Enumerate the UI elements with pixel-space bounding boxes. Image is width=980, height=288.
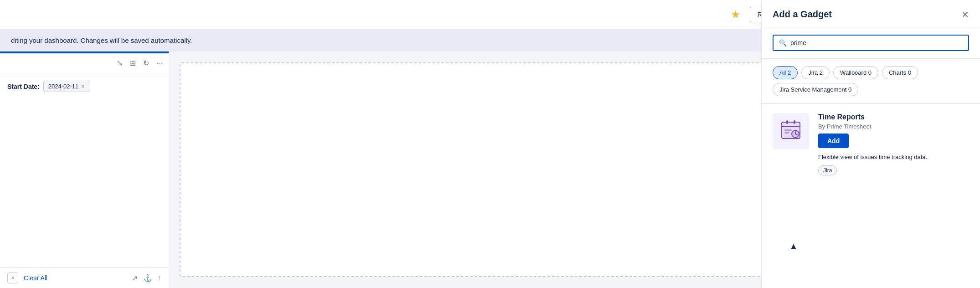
gadget-tag: Jira: [818, 165, 837, 175]
date-remove-icon[interactable]: ×: [81, 83, 84, 90]
filter-chip-jira[interactable]: Jira 2: [801, 66, 830, 79]
gadget-add-button[interactable]: Add: [818, 134, 849, 148]
gadget-footer: × Clear All ↗ ⚓ ↑: [0, 267, 169, 288]
start-date-label: Start Date:: [7, 83, 40, 90]
filter-chip-wallboard[interactable]: Wallboard 0: [833, 66, 878, 79]
search-input[interactable]: [790, 39, 963, 46]
refresh-gadget-icon[interactable]: ↻: [142, 58, 150, 68]
gadget-panel: ⤡ ⊞ ↻ ··· Start Date: 2024-02-11 × × Cle…: [0, 51, 169, 288]
date-value: 2024-02-11: [48, 83, 79, 90]
gadget-name: Time Reports: [818, 113, 969, 121]
gadget-icon-box: [773, 113, 809, 149]
star-icon[interactable]: ★: [731, 8, 741, 21]
search-box: 🔍: [773, 35, 969, 51]
time-reports-icon: [780, 118, 802, 144]
filter-chips: All 2 Jira 2 Wallboard 0 Charts 0 Jira S…: [762, 59, 980, 104]
gadget-info: Time Reports By Prime Timesheet Add Flex…: [818, 113, 969, 175]
shrink-icon[interactable]: ⤡: [116, 58, 124, 68]
clear-all-link[interactable]: Clear All: [24, 274, 126, 282]
anchor-icon[interactable]: ⚓: [143, 274, 152, 283]
svg-rect-8: [784, 129, 792, 131]
arrow-out-icon[interactable]: ↗: [132, 274, 138, 283]
gadget-result: Time Reports By Prime Timesheet Add Flex…: [762, 104, 980, 185]
gadget-by: By Prime Timesheet: [818, 123, 969, 130]
banner-text: diting your dashboard. Changes will be s…: [11, 36, 192, 44]
gadget-toolbar: ⤡ ⊞ ↻ ···: [0, 53, 169, 73]
search-icon: 🔍: [779, 39, 787, 46]
close-sidebar-button[interactable]: ✕: [961, 10, 969, 19]
filter-chip-all[interactable]: All 2: [773, 66, 798, 79]
sidebar-title: Add a Gadget: [773, 9, 832, 20]
filter-chip-charts[interactable]: Charts 0: [882, 66, 918, 79]
cursor-icon: ▲: [789, 241, 798, 252]
upload-icon[interactable]: ↑: [158, 274, 161, 282]
footer-x-button[interactable]: ×: [7, 273, 18, 283]
gadget-description: Flexible view of issues time tracking da…: [818, 153, 969, 162]
filter-chip-jsm[interactable]: Jira Service Management 0: [773, 83, 858, 96]
expand-icon[interactable]: ⊞: [129, 58, 137, 68]
gadget-body: Start Date: 2024-02-11 ×: [0, 73, 169, 267]
search-container: 🔍: [762, 27, 980, 59]
start-date-row: Start Date: 2024-02-11 ×: [7, 81, 161, 92]
svg-rect-1: [786, 120, 788, 124]
date-tag: 2024-02-11 ×: [43, 81, 90, 92]
svg-rect-2: [794, 120, 795, 124]
gadget-more-icon[interactable]: ···: [155, 58, 163, 68]
sidebar-header: Add a Gadget ✕: [762, 0, 980, 27]
svg-rect-9: [784, 132, 789, 134]
add-gadget-sidebar: Add a Gadget ✕ 🔍 All 2 Jira 2 Wallboard …: [761, 0, 980, 288]
